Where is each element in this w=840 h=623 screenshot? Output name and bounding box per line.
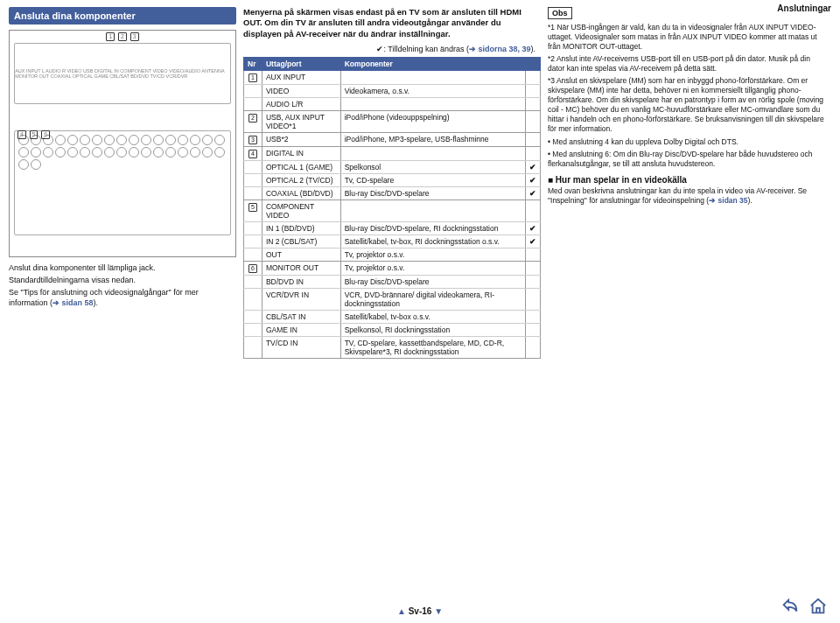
tag-4: 4 <box>18 130 26 139</box>
jack-icon <box>18 159 29 170</box>
cell-port: VCR/DVR IN <box>262 289 340 311</box>
page-header: Anslutningar <box>777 4 831 13</box>
cell-tick <box>526 324 541 337</box>
table-row: IN 2 (CBL/SAT)Satellit/kabel, tv-box, RI… <box>244 235 541 248</box>
jack-icon <box>18 147 29 158</box>
jack-icon <box>104 135 115 145</box>
left-line-3b: ). <box>94 298 99 307</box>
cell-comp: Satellit/kabel, tv-box, RI dockningsstat… <box>340 235 525 248</box>
jack-icon <box>55 147 66 158</box>
cell-comp: Blu-ray Disc/DVD-spelare, RI dockningsst… <box>340 222 525 235</box>
tag-5: 5 <box>30 130 38 139</box>
table-row: 5COMPONENT VIDEO <box>244 200 541 222</box>
cell-tick <box>526 289 541 311</box>
page-link-35[interactable]: ➔ sidan 35 <box>709 196 747 205</box>
cell-comp: Spelkonsol, RI dockningsstation <box>340 324 525 337</box>
tick-note-b: ). <box>531 45 536 53</box>
cell-nr <box>244 161 262 174</box>
cell-port: COMPONENT VIDEO <box>262 200 340 222</box>
cell-tick: ✔ <box>526 222 541 235</box>
table-row: GAME INSpelkonsol, RI dockningsstation <box>244 324 541 337</box>
cell-port: MONITOR OUT <box>262 262 340 276</box>
jack-icon <box>202 147 213 158</box>
cell-port: GAME IN <box>262 324 340 337</box>
left-line-3a: Se "Tips för anslutning och videosignalg… <box>9 288 199 307</box>
diagram-top-tags: 1 2 3 <box>10 32 235 41</box>
cell-nr: 5 <box>244 200 262 222</box>
cell-port: IN 1 (BD/DVD) <box>262 222 340 235</box>
cell-nr <box>244 311 262 324</box>
jack-icon <box>165 147 176 158</box>
cell-tick: ✔ <box>526 174 541 187</box>
jack-icon <box>80 135 90 145</box>
jack-icon <box>116 147 127 158</box>
jack-icon <box>116 135 127 145</box>
note-3: *3 Anslut en skivspelare (MM) som har en… <box>548 76 828 134</box>
note-1: *1 När USB-ingången är vald, kan du ta i… <box>548 23 828 52</box>
cell-nr <box>244 337 262 359</box>
cell-comp: VCR, DVD-brännare/ digital videokamera, … <box>340 289 525 311</box>
diagram-front-panel: AUX INPUT L AUDIO R VIDEO USB DIGITAL IN… <box>14 43 231 104</box>
diagram-tiny-labels: AUX INPUT L AUDIO R VIDEO USB DIGITAL IN… <box>15 68 230 79</box>
tag-3: 3 <box>130 32 139 41</box>
mid-heading: Menyerna på skärmen visas endast på en T… <box>243 7 541 39</box>
cell-port: OPTICAL 2 (TV/CD) <box>262 174 340 187</box>
table-row: BD/DVD INBlu-ray Disc/DVD-spelare <box>244 276 541 289</box>
jack-icon <box>104 147 115 158</box>
page-link-58[interactable]: ➔ sidan 58 <box>52 298 94 307</box>
cell-port: USB, AUX INPUT VIDEO*1 <box>262 111 340 133</box>
jack-icon <box>202 135 213 145</box>
tag-1: 1 <box>106 32 115 41</box>
jack-icon <box>67 147 78 158</box>
triangle-left-icon: ▲ <box>397 606 406 616</box>
cell-port: TV/CD IN <box>262 337 340 359</box>
cell-comp: Tv, projektor o.s.v. <box>340 262 525 276</box>
jack-icon <box>153 135 164 145</box>
home-icon[interactable] <box>808 597 828 618</box>
cell-tick <box>526 111 541 133</box>
page-link-38-39[interactable]: ➔ sidorna 38, 39 <box>469 45 531 53</box>
table-row: OUTTv, projektor o.s.v. <box>244 248 541 262</box>
jack-icon <box>67 135 78 145</box>
cell-tick: ✔ <box>526 161 541 174</box>
triangle-right-icon: ▼ <box>434 606 443 616</box>
table-row: CBL/SAT INSatellit/kabel, tv-box o.s.v. <box>244 311 541 324</box>
cell-port: AUX INPUT <box>262 71 340 85</box>
table-row: AUDIO L/R <box>244 98 541 111</box>
cell-comp <box>340 147 525 161</box>
tag-2: 2 <box>118 32 127 41</box>
jack-icon <box>165 135 176 145</box>
cell-nr <box>244 85 262 98</box>
cell-comp <box>340 71 525 85</box>
table-row: TV/CD INTV, CD-spelare, kassettbandspela… <box>244 337 541 359</box>
section-title: Ansluta dina komponenter <box>9 7 236 24</box>
diagram-bottom-tags: 4 5 6 <box>17 130 51 139</box>
cell-port: COAXIAL (BD/DVD) <box>262 187 340 200</box>
jack-icon <box>31 159 41 170</box>
cell-tick: ✔ <box>526 187 541 200</box>
note-2: *2 Anslut inte AV-receiverns USB-port ti… <box>548 54 828 74</box>
page-footer: ▲ Sv-16 ▼ <box>0 606 840 616</box>
jack-icon <box>80 147 90 158</box>
cell-port: VIDEO <box>262 85 340 98</box>
cell-comp: iPod/iPhone (videouppspelning) <box>340 111 525 133</box>
cell-port: BD/DVD IN <box>262 276 340 289</box>
table-row: 2USB, AUX INPUT VIDEO*1iPod/iPhone (vide… <box>244 111 541 133</box>
jack-icon <box>178 147 188 158</box>
jack-icon <box>214 147 225 158</box>
cell-comp: Blu-ray Disc/DVD-spelare <box>340 276 525 289</box>
cell-comp: TV, CD-spelare, kassettbandspelare, MD, … <box>340 337 525 359</box>
table-row: 6MONITOR OUTTv, projektor o.s.v. <box>244 262 541 276</box>
jack-icon <box>43 147 53 158</box>
obs-heading: Obs <box>548 7 572 19</box>
cell-port: USB*2 <box>262 133 340 147</box>
cell-nr <box>244 289 262 311</box>
jack-icon <box>129 135 139 145</box>
subsection-body: Med ovan beskrivna anslutningar kan du i… <box>548 186 828 206</box>
table-row: VIDEOVideokamera, o.s.v. <box>244 85 541 98</box>
cell-tick <box>526 248 541 262</box>
cell-comp: Tv, CD-spelare <box>340 174 525 187</box>
cell-tick <box>526 200 541 222</box>
back-icon[interactable] <box>780 597 800 618</box>
cell-port: IN 2 (CBL/SAT) <box>262 235 340 248</box>
